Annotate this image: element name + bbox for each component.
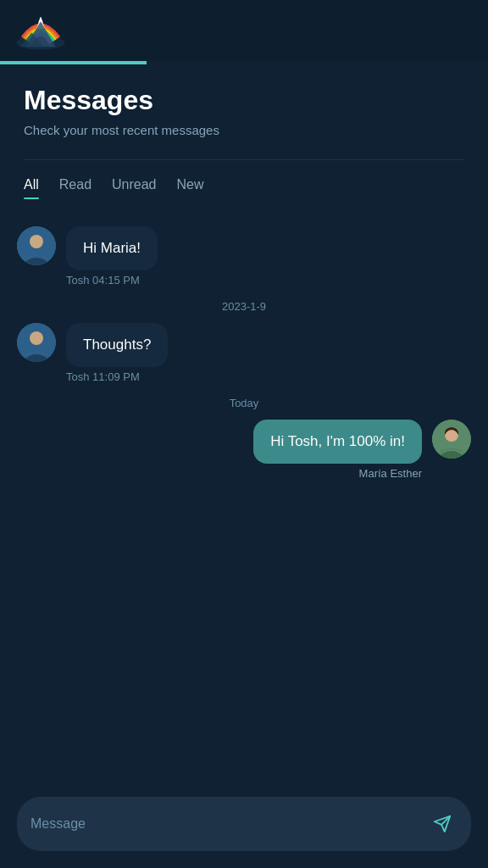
tab-read[interactable]: Read [59, 177, 92, 199]
svg-point-6 [30, 235, 43, 248]
header-section: Messages Check your most recent messages [0, 64, 488, 160]
avatar-tosh-2 [17, 323, 56, 362]
message-input-container [17, 797, 471, 851]
tab-unread[interactable]: Unread [112, 177, 156, 199]
input-area [0, 787, 488, 868]
message-group-2: Thoughts? Tosh 11:09 PM [17, 323, 471, 385]
app-logo [14, 5, 68, 56]
sender-name-maria: María Esther [17, 467, 471, 480]
logo-container [14, 3, 68, 58]
tab-all[interactable]: All [24, 177, 39, 199]
top-bar [0, 0, 488, 61]
message-row: Hi Maria! [17, 226, 471, 270]
date-divider-1: 2023-1-9 [17, 300, 471, 313]
page-subtitle: Check your most recent messages [24, 121, 464, 139]
send-button[interactable] [427, 809, 458, 839]
message-group-3: Hi Tosh, I'm 100% in! María Esther [17, 420, 471, 481]
page-title: Messages [24, 85, 464, 116]
avatar-tosh-1 [17, 226, 56, 265]
message-group-1: Hi Maria! Tosh 04:15 PM [17, 226, 471, 288]
avatar-maria [432, 420, 471, 459]
messages-area: Hi Maria! Tosh 04:15 PM 2023-1-9 Thought… [0, 226, 488, 488]
message-meta-2: Tosh 11:09 PM [17, 370, 471, 383]
date-divider-2: Today [17, 397, 471, 409]
message-row-2: Thoughts? [17, 323, 471, 367]
message-bubble-1: Hi Maria! [66, 226, 158, 270]
tab-new[interactable]: New [177, 177, 204, 199]
message-bubble-2: Thoughts? [66, 323, 168, 367]
message-bubble-3: Hi Tosh, I'm 100% in! [253, 420, 422, 464]
svg-point-8 [30, 331, 43, 345]
header-divider [24, 159, 464, 160]
send-icon [433, 815, 452, 833]
filter-tabs: All Read Unread New [0, 177, 488, 199]
message-meta-1: Tosh 04:15 PM [17, 274, 471, 287]
message-input[interactable] [30, 816, 417, 832]
bottom-spacer [0, 488, 488, 556]
message-row-3: Hi Tosh, I'm 100% in! [17, 420, 471, 464]
